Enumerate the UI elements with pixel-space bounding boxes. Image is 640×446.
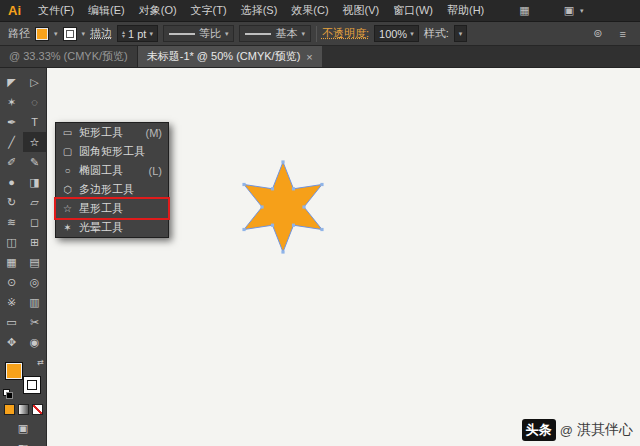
hand-tool[interactable]: ✥ [0,332,23,352]
gradient-tool[interactable]: ▤ [23,252,46,272]
lasso-tool[interactable]: ◌ [23,92,46,112]
magic-wand-tool[interactable]: ✶ [0,92,23,112]
style-select[interactable]: ▾ [454,25,468,42]
fill-swatch[interactable] [5,362,23,380]
tools-panel: ◤ ▷ ✶ ◌ ✒ T ╱ ☆ ✐ ✎ ● ◨ ↻ ▱ ≋ ◻ ◫ ⊞ ▦ ▤ … [0,68,47,446]
width-profile-select[interactable]: 等比 ▾ [163,25,235,42]
separator [316,26,317,42]
flyout-item-rounded-rectangle-tool[interactable]: ▢ 圆角矩形工具 [56,142,168,161]
stroke-weight-stepper[interactable]: ▴ ▾ [122,30,125,38]
menu-effect[interactable]: 效果(C) [284,3,335,18]
watermark-handle: 淇其伴心 [577,421,633,439]
chevron-down-icon[interactable]: ▾ [149,30,153,38]
anchor-point[interactable] [281,250,284,253]
fill-color-swatch[interactable] [35,27,49,41]
anchor-point[interactable] [242,183,245,186]
star-shape[interactable] [244,162,322,252]
anchor-point[interactable] [281,160,284,163]
anchor-point[interactable] [320,228,323,231]
default-fill-stroke-icon[interactable] [3,389,13,397]
flyout-item-star-tool[interactable]: ☆ 星形工具 [56,199,168,218]
canvas[interactable]: ▭ 矩形工具 (M) ▢ 圆角矩形工具 ○ 椭圆工具 (L) ⬡ 多边形工具 ☆ [47,68,640,446]
direct-selection-tool[interactable]: ▷ [23,72,46,92]
menu-select[interactable]: 选择(S) [234,3,285,18]
stroke-swatch[interactable] [23,376,41,394]
chevron-down-icon[interactable]: ▾ [301,30,305,38]
flyout-item-label: 光晕工具 [79,220,123,235]
pen-tool[interactable]: ✒ [0,112,23,132]
blend-tool[interactable]: ◎ [23,272,46,292]
menu-object[interactable]: 对象(O) [132,3,184,18]
color-button[interactable] [4,404,15,415]
opacity-panel-link[interactable]: 不透明度: [322,26,369,41]
width-tool[interactable]: ≋ [0,212,23,232]
style-label: 样式: [424,26,449,41]
column-graph-tool[interactable]: ▥ [23,292,46,312]
perspective-grid-tool[interactable]: ⊞ [23,232,46,252]
stroke-weight-field[interactable]: ▴ ▾ 1 pt ▾ [117,25,158,42]
stroke-panel-link[interactable]: 描边 [90,26,112,41]
select-similar-icon[interactable]: ⊚ [587,27,608,40]
chevron-down-icon[interactable]: ▾ [459,30,463,38]
chevron-down-icon[interactable]: ▾ [410,30,414,38]
flare-tool-icon: ✶ [61,222,74,233]
menu-help[interactable]: 帮助(H) [440,3,491,18]
anchor-point[interactable] [271,224,274,227]
flyout-item-rectangle-tool[interactable]: ▭ 矩形工具 (M) [56,123,168,142]
chevron-down-icon[interactable]: ▾ [225,30,229,38]
symbol-sprayer-tool[interactable]: ※ [0,292,23,312]
stepper-down-icon[interactable]: ▾ [122,34,125,38]
fill-type-row [0,404,46,415]
swap-fill-stroke-icon[interactable]: ⇄ [37,358,44,367]
menu-edit[interactable]: 编辑(E) [81,3,132,18]
tab-document-1[interactable]: @ 33.33% (CMYK/预览) [0,46,138,67]
blob-brush-tool[interactable]: ● [0,172,23,192]
flyout-item-ellipse-tool[interactable]: ○ 椭圆工具 (L) [56,161,168,180]
anchor-point[interactable] [242,228,245,231]
zoom-tool[interactable]: ◉ [23,332,46,352]
shape-builder-tool[interactable]: ◫ [0,232,23,252]
close-icon[interactable]: × [306,51,312,63]
flyout-item-flare-tool[interactable]: ✶ 光晕工具 [56,218,168,237]
anchor-point[interactable] [302,205,305,208]
anchor-point[interactable] [320,183,323,186]
flyout-item-polygon-tool[interactable]: ⬡ 多边形工具 [56,180,168,199]
anchor-point[interactable] [271,187,274,190]
mesh-tool[interactable]: ▦ [0,252,23,272]
type-tool[interactable]: T [23,112,46,132]
panel-menu-icon[interactable]: ≡ [614,28,632,40]
opacity-field[interactable]: 100% ▾ [374,25,419,42]
eraser-tool[interactable]: ◨ [23,172,46,192]
shape-tool-star[interactable]: ☆ [23,132,46,152]
none-button[interactable] [32,404,43,415]
chevron-down-icon[interactable]: ▾ [82,30,86,38]
eyedropper-tool[interactable]: ⊙ [0,272,23,292]
stroke-color-swatch[interactable] [63,27,77,41]
artboard-tool[interactable]: ▭ [0,312,23,332]
slice-tool[interactable]: ✂ [23,312,46,332]
rotate-tool[interactable]: ↻ [0,192,23,212]
workspace-switcher-icon[interactable]: ▣ [558,4,580,17]
paintbrush-tool[interactable]: ✐ [0,152,23,172]
selection-tool[interactable]: ◤ [0,72,23,92]
chevron-down-icon[interactable]: ▾ [54,30,58,38]
brush-definition-select[interactable]: 基本 ▾ [239,25,311,42]
free-transform-tool[interactable]: ◻ [23,212,46,232]
star-tool-icon: ☆ [61,203,74,214]
anchor-point[interactable] [260,205,263,208]
menu-view[interactable]: 视图(V) [336,3,387,18]
line-segment-tool[interactable]: ╱ [0,132,23,152]
chevron-down-icon[interactable]: ▾ [580,7,584,15]
drawing-mode-icon[interactable]: ▣ [0,422,46,435]
menu-type[interactable]: 文字(T) [184,3,234,18]
anchor-point[interactable] [292,187,295,190]
anchor-point[interactable] [292,224,295,227]
scale-tool[interactable]: ▱ [23,192,46,212]
menu-file[interactable]: 文件(F) [31,3,81,18]
pencil-tool[interactable]: ✎ [23,152,46,172]
screen-mode-icon[interactable]: ◧ [0,442,46,446]
gradient-button[interactable] [18,404,29,415]
tab-document-2-active[interactable]: 未标题-1* @ 50% (CMYK/预览) × [138,46,322,67]
arrange-documents-icon[interactable]: ▦ [513,4,535,17]
menu-window[interactable]: 窗口(W) [386,3,440,18]
